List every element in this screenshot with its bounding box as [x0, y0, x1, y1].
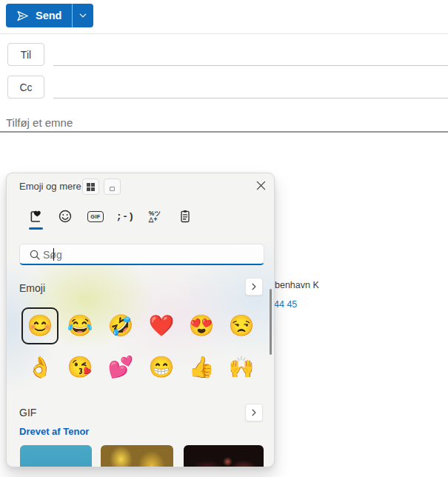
gif-section-label: GIF [19, 407, 36, 418]
tab-gifs[interactable]: GIF [84, 206, 107, 227]
emoji-smiling-face[interactable]: 😊 [21, 307, 58, 344]
emoji-two-hearts[interactable]: 💕 [102, 349, 139, 386]
cc-input-underline [53, 98, 448, 99]
grid-icon [87, 183, 95, 191]
close-button[interactable] [253, 177, 269, 193]
emoji-beaming-face[interactable]: 😁 [143, 349, 180, 386]
gif-see-more-button[interactable] [245, 404, 263, 421]
emoji-see-more-button[interactable] [245, 278, 263, 296]
send-options-dropdown[interactable] [72, 4, 93, 27]
tab-recent-emoji[interactable] [24, 206, 47, 227]
send-button-label: Send [36, 10, 61, 21]
text-caret [53, 248, 54, 261]
chevron-right-icon [250, 282, 258, 291]
emoji-red-heart[interactable]: ❤️ [143, 307, 180, 344]
emoji-blowing-kiss[interactable]: 😘 [61, 349, 98, 386]
tab-smileys[interactable] [54, 206, 76, 227]
send-icon [16, 9, 30, 23]
dock-panel-button[interactable] [104, 179, 121, 195]
toolbar-divider [0, 33, 448, 34]
gif-thumbnail[interactable] [184, 445, 264, 467]
kaomoji-icon: ;-) [116, 211, 134, 222]
gif-thumbnail[interactable] [20, 445, 92, 467]
dock-icon [110, 187, 115, 191]
emoji-raising-hands[interactable]: 🙌 [223, 349, 260, 386]
recent-heart-icon [28, 209, 44, 224]
subject-underline [0, 131, 448, 133]
selected-tab-indicator [29, 227, 43, 230]
search-input[interactable] [43, 247, 250, 263]
panel-scrollbar-thumb[interactable] [270, 289, 272, 355]
emoji-rofl[interactable]: 🤣 [102, 307, 139, 344]
panel-title: Emoji og mere [19, 181, 81, 192]
to-input-underline [53, 65, 448, 66]
tenor-attribution-link[interactable]: Drevet af Tenor [19, 426, 89, 437]
tab-symbols[interactable]: %ツ △+ [144, 206, 166, 227]
emoji-tears-of-joy[interactable]: 😂 [61, 307, 98, 344]
tab-clipboard[interactable] [174, 206, 196, 227]
tab-kaomoji[interactable]: ;-) [114, 206, 136, 227]
cc-button[interactable]: Cc [7, 76, 44, 99]
grid-view-button[interactable] [82, 179, 99, 195]
smiley-icon [58, 209, 73, 224]
to-button[interactable]: Til [7, 43, 44, 66]
to-recipients-input[interactable] [56, 46, 441, 58]
emoji-and-more-panel: Emoji og mere [6, 173, 275, 467]
signature-phone-link-fragment[interactable]: 44 45 [274, 299, 297, 310]
signature-text-fragment: benhavn K [275, 280, 319, 290]
emoji-heart-eyes[interactable]: 😍 [183, 307, 220, 344]
emoji-unamused[interactable]: 😒 [223, 307, 260, 344]
chevron-right-icon [250, 408, 258, 417]
search-icon [29, 249, 41, 261]
to-button-label: Til [21, 49, 31, 61]
cc-recipients-input[interactable] [56, 79, 441, 90]
send-button[interactable]: Send [6, 4, 72, 27]
subject-input[interactable] [6, 113, 302, 132]
gif-thumbnail[interactable] [101, 445, 173, 467]
clipboard-icon [178, 209, 193, 224]
emoji-ok-hand[interactable]: 👌 [21, 349, 58, 386]
symbols-icon: %ツ △+ [149, 210, 161, 223]
close-icon [256, 181, 266, 190]
cc-button-label: Cc [19, 81, 32, 93]
emoji-thumbs-up[interactable]: 👍 [183, 349, 220, 386]
send-split-button: Send [6, 4, 93, 27]
gif-icon: GIF [87, 211, 103, 222]
chevron-down-icon [78, 11, 87, 20]
emoji-section-label: Emoji [19, 282, 45, 294]
